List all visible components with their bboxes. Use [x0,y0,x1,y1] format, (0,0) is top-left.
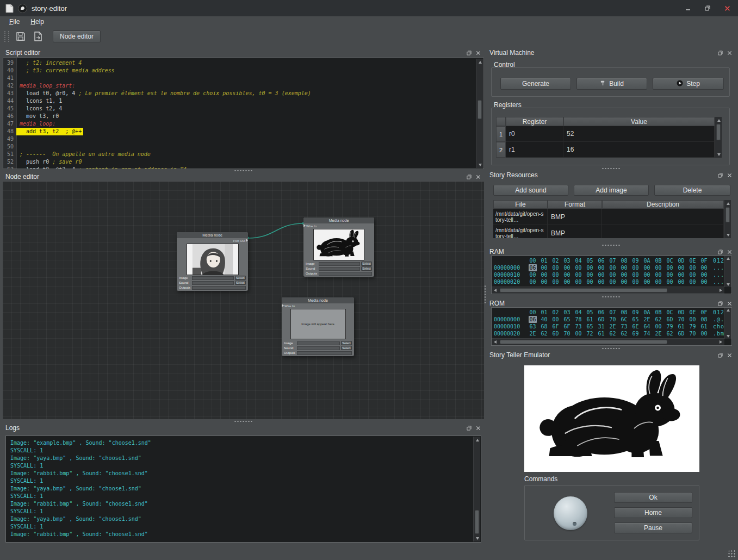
pause-button[interactable]: Pause [614,522,692,533]
hex-byte[interactable]: 00 [574,264,582,271]
float-icon[interactable] [717,172,723,178]
rom-hex-view[interactable]: 000102030405060708090A0B0C0D0E0F01200000… [491,307,732,346]
register-name-cell[interactable]: r0 [506,126,563,142]
hex-byte[interactable]: 00 [574,330,582,337]
splitter-vertical[interactable] [483,46,487,544]
hex-byte[interactable]: 62 [654,316,662,323]
hex-byte[interactable]: 00 [689,316,697,323]
hex-byte[interactable]: 00 [677,271,685,278]
splitter-node-logs[interactable] [3,419,484,423]
format-cell[interactable]: BMP [548,209,602,225]
splitter-resources-ram[interactable] [487,243,735,247]
hex-byte[interactable]: 61 [597,330,605,337]
hex-byte[interactable]: 00 [597,264,605,271]
hex-byte[interactable]: 2E [609,323,617,330]
hex-byte[interactable]: 00 [643,264,651,271]
scrollbar-thumb[interactable] [477,100,482,119]
hex-byte[interactable]: 00 [620,271,628,278]
scroll-left-arrow[interactable] [492,287,499,294]
hex-byte[interactable]: 61 [700,323,708,330]
description-cell[interactable] [602,209,724,225]
hex-byte[interactable]: 65 [563,316,571,323]
scrollbar-thumb[interactable] [500,340,667,344]
hex-byte[interactable]: 62 [666,330,674,337]
add-image-button[interactable]: Add image [574,185,649,196]
node-select-button[interactable]: Select [235,276,246,280]
hex-byte[interactable]: 00 [677,264,685,271]
toolbar-grip[interactable] [4,31,9,42]
menu-help[interactable]: Help [27,17,48,26]
node-select-button[interactable]: Select [361,262,372,266]
node-select-button[interactable]: Select [341,346,352,350]
close-icon[interactable] [475,425,481,431]
close-icon[interactable] [475,49,481,56]
registers-scrollbar[interactable] [715,117,722,158]
hex-byte[interactable]: 61 [677,323,685,330]
resources-table[interactable]: File Format Description /mnt/data/git/op… [493,200,724,238]
hex-byte[interactable]: 72 [586,330,594,337]
hex-byte[interactable]: 00 [700,264,708,271]
node-editor-toolbar-button[interactable]: Node editor [53,30,101,42]
build-button[interactable]: Build [576,78,647,90]
hex-byte[interactable]: 69 [631,330,640,337]
hex-byte[interactable]: 00 [540,271,548,278]
hex-byte[interactable]: 00 [586,271,594,278]
hex-byte[interactable]: 70 [689,330,697,337]
media-node-1[interactable]: Media nodePort OutImageSelectSoundSelect… [177,232,248,291]
scrollbar-thumb[interactable] [725,207,730,222]
hex-byte[interactable]: 00 [563,264,571,271]
hex-byte[interactable]: 00 [700,330,708,337]
hex-byte[interactable]: 00 [654,264,662,271]
close-icon[interactable] [726,248,733,255]
hex-byte[interactable]: 00 [529,271,537,278]
float-icon[interactable] [717,49,723,56]
node-select-button[interactable]: Select [235,281,246,285]
hex-byte[interactable]: 78 [574,316,582,323]
registers-table[interactable]: Register Value 1 r0 52 2 r1 16 [496,117,715,158]
register-value-cell[interactable]: 16 [563,142,715,158]
description-cell[interactable] [602,225,724,238]
hex-byte[interactable]: 40 [540,316,548,323]
hex-byte[interactable]: 62 [609,330,617,337]
ram-vertical-scrollbar[interactable] [724,256,731,287]
script-lines[interactable]: 39 ; t2: increment 440 ; t3: current med… [3,59,476,169]
close-icon[interactable] [726,172,733,178]
hex-byte[interactable]: 00 [689,278,697,285]
hex-byte[interactable]: 63 [529,323,537,330]
script-scrollbar[interactable] [476,59,483,168]
hex-byte[interactable]: 00 [654,323,662,330]
splitter-vm-resources[interactable] [487,166,735,170]
float-icon[interactable] [717,300,723,307]
hex-byte[interactable]: 00 [597,278,605,285]
hex-byte[interactable]: 00 [609,278,617,285]
hex-byte[interactable]: 00 [689,271,697,278]
hex-byte[interactable]: 73 [620,323,628,330]
close-button[interactable] [721,2,734,14]
register-row[interactable]: 2 r1 16 [496,142,715,158]
hex-byte[interactable]: 00 [563,271,571,278]
hex-byte[interactable]: 2E [654,330,662,337]
hex-byte[interactable]: 73 [574,323,582,330]
hex-byte[interactable]: 68 [540,323,548,330]
hex-byte[interactable]: 06 [529,264,537,271]
add-sound-button[interactable]: Add sound [493,185,568,196]
hex-byte[interactable]: 00 [643,278,651,285]
step-button[interactable]: Step [653,78,724,90]
float-icon[interactable] [466,425,472,431]
scroll-up-arrow[interactable] [474,437,481,443]
close-icon[interactable] [726,352,733,358]
hex-byte[interactable]: 00 [631,264,640,271]
hex-byte[interactable]: 31 [597,323,605,330]
hex-byte[interactable]: 06 [529,316,537,323]
port-in-icon[interactable] [282,304,284,307]
scroll-down-arrow[interactable] [474,535,481,542]
rom-hex-content[interactable]: 000102030405060708090A0B0C0D0E0F01200000… [494,309,724,338]
scroll-up-arrow[interactable] [715,117,722,123]
register-row[interactable]: 1 r0 52 [496,126,715,142]
hex-byte[interactable]: 79 [689,323,697,330]
scrollbar-thumb[interactable] [500,288,667,293]
hex-byte[interactable]: 00 [609,264,617,271]
resource-row[interactable]: /mnt/data/git/open-story-tell… BMP [493,209,724,225]
hex-byte[interactable]: 00 [551,271,560,278]
hex-byte[interactable]: 79 [666,323,674,330]
